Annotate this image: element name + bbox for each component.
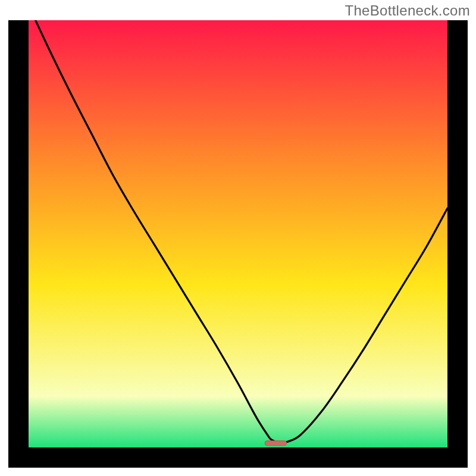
plot-overlay [29, 20, 447, 447]
bottleneck-curve [29, 20, 447, 443]
optimum-marker [265, 441, 287, 446]
chart-frame: TheBottleneck.com [0, 0, 476, 476]
watermark-text: TheBottleneck.com [345, 2, 470, 19]
plot-area [8, 20, 468, 468]
